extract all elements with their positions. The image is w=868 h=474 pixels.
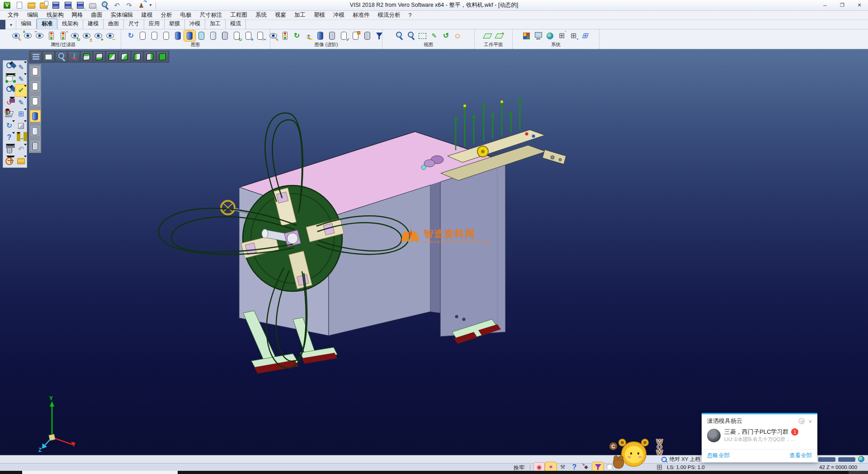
texture-shade-icon[interactable] [326, 30, 338, 41]
redraw-icon[interactable] [4, 120, 15, 132]
redraw-graphics-icon[interactable] [125, 30, 137, 41]
3d-viewport[interactable]: Y Z 智造资料网 INTELLIGENT MANUFACTURING DATA [0, 49, 868, 455]
menu-item[interactable]: 冲模 [329, 10, 349, 20]
view-button[interactable] [131, 51, 143, 62]
view-button[interactable] [106, 51, 118, 62]
toggle-visibility-icon[interactable] [81, 30, 92, 41]
advanced-wire-icon[interactable] [362, 30, 373, 41]
redo-icon[interactable] [123, 0, 135, 11]
save-as-icon[interactable] [62, 0, 74, 11]
workplane-edit-icon[interactable] [494, 30, 505, 41]
view-button[interactable] [80, 51, 93, 62]
solid-display-icon[interactable] [15, 120, 27, 132]
layers-attributes-icon[interactable] [4, 108, 15, 120]
menu-item[interactable]: 标准件 [349, 10, 374, 20]
shaded-icon[interactable] [172, 30, 184, 41]
wire-shade-mode-icon[interactable] [30, 140, 41, 152]
menu-item[interactable]: 模流分析 [374, 10, 405, 20]
hide-all-icon[interactable] [104, 30, 116, 41]
menu-item[interactable]: 系统 [251, 10, 271, 20]
advanced-shade-icon[interactable] [315, 30, 326, 41]
view-all-link[interactable]: 查看全部 [789, 452, 812, 460]
open-part-icon[interactable] [15, 155, 27, 167]
view-button[interactable] [68, 51, 80, 62]
navigate-icon[interactable] [4, 155, 15, 167]
confirm-icon[interactable] [15, 85, 27, 96]
regenerate-image-icon[interactable] [291, 30, 302, 41]
delete-icon[interactable] [4, 143, 15, 155]
show-add-icon[interactable] [22, 30, 33, 41]
toolbar-tab[interactable]: 冲模 [185, 19, 205, 29]
build-tools-icon[interactable] [557, 462, 568, 472]
undo-icon[interactable] [111, 0, 123, 11]
transparent-shade-icon[interactable] [196, 30, 207, 41]
hidden-line-shade-icon[interactable] [149, 30, 160, 41]
advanced-visibility-icon[interactable] [268, 30, 279, 41]
grid-settings-icon[interactable] [568, 30, 579, 41]
color-table-icon[interactable] [521, 30, 532, 41]
advanced-filter-icon[interactable] [279, 30, 291, 41]
toolbar-tab[interactable]: 线架构 [57, 19, 83, 29]
zoom-in-icon[interactable] [4, 85, 15, 96]
app-logo-icon[interactable] [1, 0, 13, 11]
hide-remove-icon[interactable] [34, 30, 45, 41]
shaded-mode-icon[interactable] [30, 110, 41, 122]
qat-dropdown-icon[interactable]: ▼ [147, 3, 154, 7]
maximize-button[interactable]: ❐ [834, 0, 851, 10]
view-button[interactable] [144, 51, 156, 62]
filter-lights-2-icon[interactable] [57, 30, 69, 41]
menu-item[interactable]: ? [405, 11, 416, 19]
annotate-view-icon[interactable] [429, 30, 440, 41]
save-all-icon[interactable] [75, 0, 86, 11]
display-settings-icon[interactable] [533, 30, 544, 41]
undo-view-icon[interactable] [15, 143, 27, 155]
snap-mode-icon[interactable] [580, 462, 592, 472]
shaded-current-icon[interactable] [184, 30, 195, 41]
selection-filter-icon[interactable] [592, 462, 604, 472]
orbit-view-icon[interactable] [4, 96, 15, 108]
view-button[interactable] [118, 51, 131, 62]
toolbar-tab[interactable]: 建模 [83, 19, 104, 29]
magic-select-icon[interactable] [545, 462, 557, 472]
toolbar-tab[interactable]: 应用 [144, 19, 165, 29]
wire-shade-icon[interactable] [219, 30, 231, 41]
menu-item[interactable]: 视窗 [271, 10, 290, 20]
view-button[interactable] [93, 51, 105, 62]
toolbar-tab[interactable]: 加工 [205, 19, 226, 29]
toolbar-tab[interactable]: 塑膜 [165, 19, 185, 29]
modify-attributes-icon[interactable] [10, 30, 22, 41]
wireframe-shade-icon[interactable] [137, 30, 148, 41]
zoom-orbit-icon[interactable] [393, 30, 405, 41]
image-filter-icon[interactable] [373, 30, 385, 41]
delete-entity-icon[interactable] [15, 61, 27, 73]
help-icon[interactable] [4, 132, 15, 143]
toolbar-tab[interactable]: 模流 [226, 19, 246, 29]
filter-lights-icon[interactable] [46, 30, 57, 41]
zoom-pan-icon[interactable] [405, 30, 416, 41]
convert-icon[interactable] [136, 0, 147, 11]
toolbar-tab[interactable]: 尺寸 [124, 19, 144, 29]
selection-box-icon[interactable] [417, 30, 428, 41]
chevron-down-icon[interactable]: ∨ [808, 418, 812, 424]
toolbar-tab[interactable]: 标准 [37, 19, 57, 29]
multi-view-icon[interactable] [15, 108, 27, 120]
zoom-window-icon[interactable] [4, 61, 15, 73]
render-quality-icon[interactable] [452, 30, 463, 41]
shaded-edges-mode-icon[interactable] [30, 125, 41, 137]
workplane-create-icon[interactable] [482, 30, 493, 41]
save-icon[interactable] [50, 0, 61, 11]
notification-message[interactable]: 三菱，西门子PLC学习群 1 LIU:①本团队有几十万QQ群，… [702, 426, 817, 445]
dashed-hidden-shade-icon[interactable] [160, 30, 172, 41]
view-button[interactable] [30, 51, 42, 62]
section-shade-icon[interactable] [350, 30, 361, 41]
globe-status-icon[interactable] [858, 456, 864, 462]
view-button[interactable] [42, 51, 55, 62]
record-macro-icon[interactable] [533, 462, 545, 472]
new-file-icon[interactable] [14, 0, 25, 11]
windows-taskbar[interactable] [0, 471, 868, 474]
refresh-visibility-icon[interactable] [69, 30, 80, 41]
perspective-grid-icon[interactable] [580, 30, 591, 41]
shaded-edges-icon[interactable] [208, 30, 219, 41]
shade-partial-icon[interactable] [30, 65, 41, 77]
context-help-icon[interactable] [569, 462, 580, 472]
